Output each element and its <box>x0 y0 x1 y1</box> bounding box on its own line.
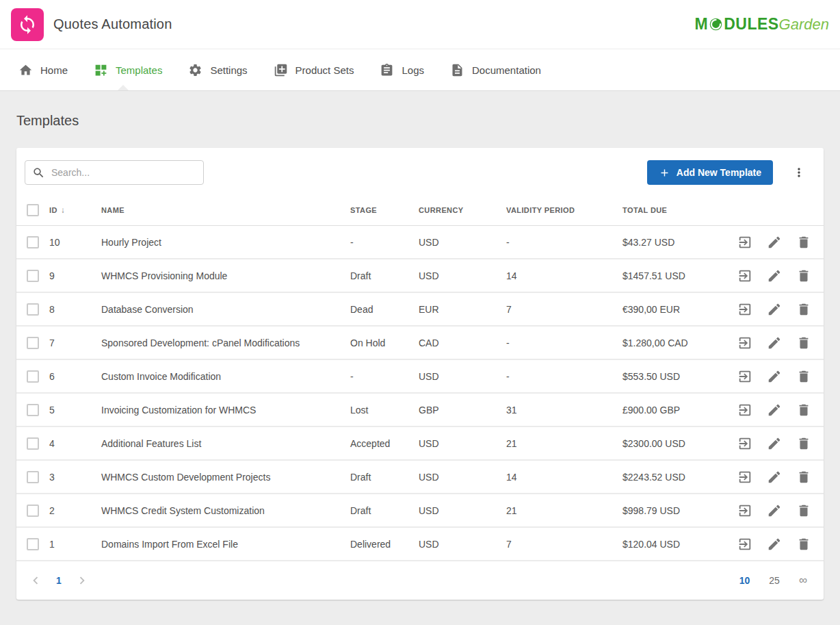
export-icon[interactable] <box>737 302 752 317</box>
edit-icon[interactable] <box>767 369 782 384</box>
table-row: 7 Sponsored Development: cPanel Modifica… <box>16 327 824 360</box>
cell-validity-period: 14 <box>506 270 622 281</box>
cell-currency: USD <box>419 438 506 449</box>
modulesgarden-logo: MDULES Garden <box>694 15 829 34</box>
cell-validity-period: - <box>506 337 622 348</box>
column-header-currency[interactable]: CURRENCY <box>419 206 506 214</box>
cell-total-due: €390,00 EUR <box>622 304 735 315</box>
edit-icon[interactable] <box>767 268 782 283</box>
nav-item-templates[interactable]: Templates <box>81 49 175 90</box>
cell-validity-period: - <box>506 237 622 248</box>
delete-icon[interactable] <box>796 335 811 350</box>
edit-icon[interactable] <box>767 436 782 451</box>
delete-icon[interactable] <box>796 369 811 384</box>
cell-validity-period: 31 <box>506 405 622 416</box>
page-size-25[interactable]: 25 <box>769 575 780 586</box>
cell-total-due: $2243.52 USD <box>622 472 735 483</box>
edit-icon[interactable] <box>767 503 782 518</box>
cell-name: Additional Features List <box>101 438 350 449</box>
column-header-name[interactable]: NAME <box>101 206 350 214</box>
page-title: Templates <box>16 113 824 129</box>
export-icon[interactable] <box>737 470 752 485</box>
row-checkbox[interactable] <box>27 404 39 416</box>
table-row: 1 Domains Import From Excel File Deliver… <box>16 528 824 561</box>
export-icon[interactable] <box>737 268 752 283</box>
edit-icon[interactable] <box>767 403 782 418</box>
row-checkbox[interactable] <box>27 471 39 483</box>
table-toolbar: Add New Template <box>16 148 824 194</box>
cell-validity-period: 7 <box>506 304 622 315</box>
page-size-all[interactable]: ∞ <box>799 574 807 587</box>
cell-id: 2 <box>49 505 101 516</box>
column-header-id[interactable]: ID↓ <box>49 205 101 215</box>
cell-stage: - <box>350 237 419 248</box>
next-page-icon[interactable] <box>74 572 90 589</box>
nav-item-settings[interactable]: Settings <box>175 49 260 90</box>
home-icon <box>18 63 33 77</box>
edit-icon[interactable] <box>767 235 782 250</box>
more-options-icon[interactable] <box>788 162 810 183</box>
brand-modules-text: MDULES <box>694 15 778 34</box>
delete-icon[interactable] <box>796 436 811 451</box>
nav-item-home[interactable]: Home <box>5 49 81 90</box>
delete-icon[interactable] <box>796 503 811 518</box>
delete-icon[interactable] <box>796 235 811 250</box>
cell-total-due: $2300.00 USD <box>622 438 735 449</box>
export-icon[interactable] <box>737 403 752 418</box>
cell-id: 5 <box>49 405 101 416</box>
row-checkbox[interactable] <box>27 538 39 550</box>
cell-total-due: $553.50 USD <box>622 371 735 382</box>
column-header-total-due[interactable]: TOTAL DUE <box>622 206 735 214</box>
delete-icon[interactable] <box>796 403 811 418</box>
edit-icon[interactable] <box>767 537 782 552</box>
row-checkbox[interactable] <box>27 437 39 450</box>
cell-id: 4 <box>49 438 101 449</box>
edit-icon[interactable] <box>767 335 782 350</box>
cell-name: Domains Import From Excel File <box>101 539 350 550</box>
cell-stage: Accepted <box>350 438 419 449</box>
current-page-number[interactable]: 1 <box>52 575 66 586</box>
row-checkbox[interactable] <box>27 337 39 349</box>
column-header-stage[interactable]: STAGE <box>350 206 419 214</box>
gear-icon <box>188 63 202 77</box>
previous-page-icon[interactable] <box>27 572 44 589</box>
export-icon[interactable] <box>737 369 752 384</box>
cell-stage: On Hold <box>350 337 419 348</box>
add-new-template-button[interactable]: Add New Template <box>647 160 773 185</box>
cell-currency: USD <box>419 237 506 248</box>
nav-item-documentation[interactable]: Documentation <box>437 49 554 90</box>
edit-icon[interactable] <box>767 302 782 317</box>
export-icon[interactable] <box>737 503 752 518</box>
cell-name: WHMCS Credit System Customization <box>101 505 350 516</box>
search-input[interactable] <box>51 167 196 178</box>
delete-icon[interactable] <box>796 470 811 485</box>
modulesgarden-o-icon <box>709 17 723 31</box>
table-row: 6 Custom Invoice Modification - USD - $5… <box>16 360 824 394</box>
nav-item-logs[interactable]: Logs <box>367 49 437 90</box>
export-icon[interactable] <box>737 537 752 552</box>
cell-currency: EUR <box>419 304 506 315</box>
row-checkbox[interactable] <box>27 303 39 316</box>
cell-name: Sponsored Development: cPanel Modificati… <box>101 337 350 348</box>
delete-icon[interactable] <box>796 268 811 283</box>
row-checkbox[interactable] <box>27 236 39 248</box>
page-size-10[interactable]: 10 <box>739 575 750 586</box>
select-all-checkbox[interactable] <box>27 204 39 216</box>
column-header-validity-period[interactable]: VALIDITY PERIOD <box>506 206 622 214</box>
main-nav: Home Templates Settings Product Sets Log… <box>0 49 840 91</box>
cell-id: 1 <box>49 539 101 550</box>
nav-label: Logs <box>402 64 424 76</box>
nav-item-product-sets[interactable]: Product Sets <box>261 49 367 90</box>
cell-validity-period: 21 <box>506 438 622 449</box>
delete-icon[interactable] <box>796 302 811 317</box>
export-icon[interactable] <box>737 235 752 250</box>
export-icon[interactable] <box>737 335 752 350</box>
row-checkbox[interactable] <box>27 370 39 383</box>
edit-icon[interactable] <box>767 470 782 485</box>
cell-id: 6 <box>49 371 101 382</box>
row-checkbox[interactable] <box>27 270 39 282</box>
app-header: Quotes Automation MDULES Garden <box>0 0 840 49</box>
delete-icon[interactable] <box>796 537 811 552</box>
export-icon[interactable] <box>737 436 752 451</box>
row-checkbox[interactable] <box>27 505 39 517</box>
